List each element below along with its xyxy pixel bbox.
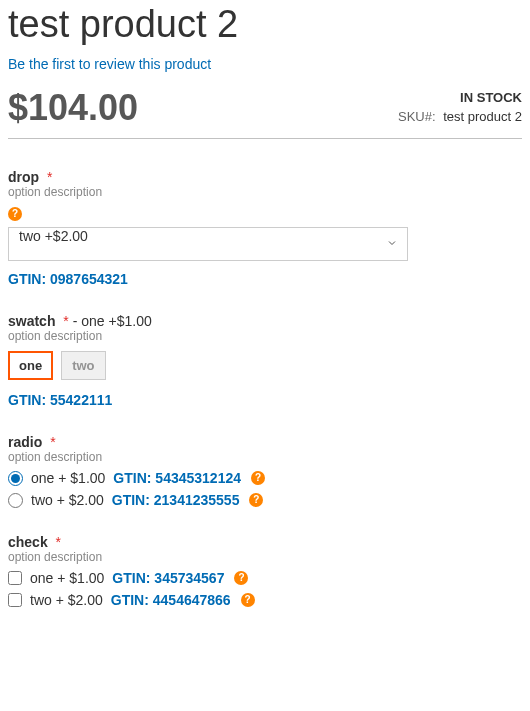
stock-status: IN STOCK (398, 90, 522, 105)
check-item[interactable]: one + $1.00 GTIN: 345734567 ? (8, 570, 522, 586)
required-star: * (50, 434, 55, 450)
option-label: radio (8, 434, 42, 450)
gtin-value: GTIN: 54345312124 (113, 470, 241, 486)
gtin-value: GTIN: 21341235555 (112, 492, 240, 508)
swatch-option-two[interactable]: two (61, 351, 105, 380)
help-icon[interactable]: ? (249, 493, 263, 507)
option-description: option description (8, 185, 522, 199)
option-radio: radio * option description one + $1.00 G… (8, 434, 522, 508)
checkbox-input[interactable] (8, 571, 22, 585)
radio-input[interactable] (8, 471, 23, 486)
check-item[interactable]: two + $2.00 GTIN: 4454647866 ? (8, 592, 522, 608)
divider (8, 138, 522, 139)
radio-input[interactable] (8, 493, 23, 508)
option-label: drop (8, 169, 39, 185)
review-link[interactable]: Be the first to review this product (8, 56, 211, 72)
help-icon[interactable]: ? (251, 471, 265, 485)
required-star: * (63, 313, 68, 329)
option-drop: drop * option description ? two +$2.00 G… (8, 169, 522, 287)
option-swatch: swatch * - one +$1.00 option description… (8, 313, 522, 408)
help-icon[interactable]: ? (8, 207, 22, 221)
option-check: check * option description one + $1.00 G… (8, 534, 522, 608)
swatch-selected-label: - one +$1.00 (73, 313, 152, 329)
required-star: * (56, 534, 61, 550)
radio-item[interactable]: one + $1.00 GTIN: 54345312124 ? (8, 470, 522, 486)
option-description: option description (8, 329, 522, 343)
help-icon[interactable]: ? (241, 593, 255, 607)
check-text: two + $2.00 (30, 592, 103, 608)
drop-select[interactable]: two +$2.00 (8, 227, 408, 261)
page-title: test product 2 (8, 4, 522, 46)
price: $104.00 (8, 90, 138, 126)
gtin-value: GTIN: 345734567 (112, 570, 224, 586)
help-icon[interactable]: ? (234, 571, 248, 585)
radio-item[interactable]: two + $2.00 GTIN: 21341235555 ? (8, 492, 522, 508)
swatch-option-one[interactable]: one (8, 351, 53, 380)
required-star: * (47, 169, 52, 185)
gtin-value: GTIN: 4454647866 (111, 592, 231, 608)
option-label: check (8, 534, 48, 550)
gtin-value: GTIN: 0987654321 (8, 271, 522, 287)
sku-value: test product 2 (443, 109, 522, 124)
option-label: swatch (8, 313, 55, 329)
checkbox-input[interactable] (8, 593, 22, 607)
check-text: one + $1.00 (30, 570, 104, 586)
option-description: option description (8, 550, 522, 564)
radio-text: two + $2.00 (31, 492, 104, 508)
option-description: option description (8, 450, 522, 464)
gtin-value: GTIN: 55422111 (8, 392, 522, 408)
sku-label: SKU#: (398, 109, 436, 124)
radio-text: one + $1.00 (31, 470, 105, 486)
